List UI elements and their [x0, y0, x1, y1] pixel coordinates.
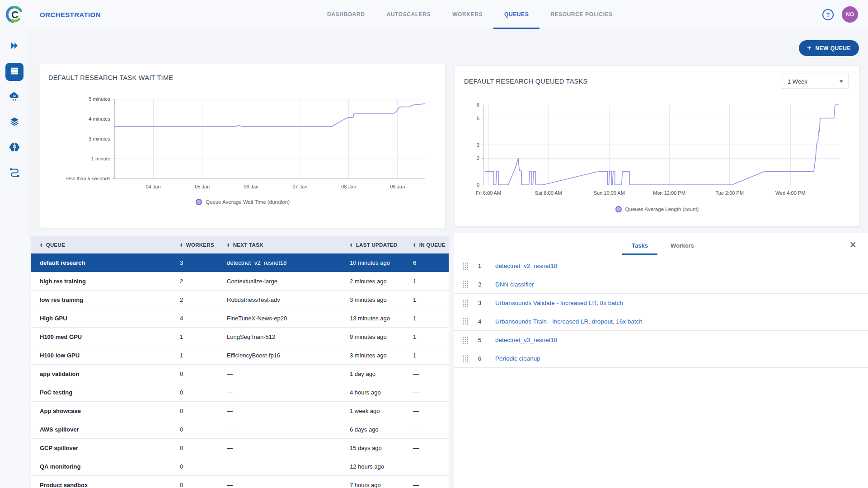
tab-queues[interactable]: QUEUES [493, 0, 540, 29]
legend-dot-icon [196, 199, 202, 205]
table-row[interactable]: H100 med GPU1LongSeqTrain-5129 minutes a… [31, 328, 449, 346]
column-header-last_updated[interactable]: ▲▼LAST UPDATED [350, 242, 413, 248]
cell-next_task: EfficiencyBoost-fp16 [227, 352, 350, 359]
table-row[interactable]: Product sandbox0—7 hours ago— [31, 476, 449, 488]
cell-queue: PoC testing [31, 389, 180, 396]
cell-workers: 2 [180, 278, 227, 285]
wait-time-card: DEFAULT RESEARCH TASK WAIT TIME 5 minute… [40, 64, 446, 228]
drag-handle-icon[interactable] [462, 262, 468, 270]
task-name-link[interactable]: detectnet_v3_resnet18 [495, 337, 557, 343]
drag-handle-icon[interactable] [462, 355, 468, 362]
table-row[interactable]: app validation0—1 day ago— [31, 365, 449, 383]
sidebar-item-models[interactable] [5, 139, 23, 157]
tab-resource-policies[interactable]: RESOURCE POLICIES [540, 0, 624, 29]
task-name-link[interactable]: Periodic cleanup [495, 355, 540, 362]
cell-last_updated: 6 days ago [350, 426, 413, 433]
table-row[interactable]: H100 low GPU1EfficiencyBoost-fp163 minut… [31, 346, 449, 365]
drag-handle-icon[interactable] [462, 281, 468, 288]
drag-handle-icon[interactable] [462, 299, 468, 307]
help-icon[interactable]: ? [822, 9, 834, 20]
queued-tasks-card: DEFAULT RESEARCH QUEUED TASKS 1 Week 653… [454, 66, 860, 227]
cell-queue: QA monitoring [31, 463, 180, 470]
cell-workers: 0 [180, 371, 227, 377]
sort-icon: ▲▼ [180, 243, 183, 247]
table-row[interactable]: GCP spillover0—15 days ago— [31, 439, 449, 457]
cell-in_queue: — [413, 463, 449, 470]
svg-text:3: 3 [477, 142, 479, 148]
logo-letter: C [11, 9, 19, 20]
double-chevron-right-icon [9, 40, 20, 53]
sort-desc-icon: ▼ [413, 245, 416, 247]
task-number: 5 [478, 337, 490, 343]
cell-in_queue: — [413, 389, 449, 396]
tab-workers[interactable]: WORKERS [441, 0, 493, 29]
sidebar-item-workers-queues[interactable] [5, 63, 23, 81]
column-header-in_queue[interactable]: ▲▼IN QUEUE [413, 242, 449, 248]
column-header-next_task[interactable]: ▲▼NEXT TASK [227, 242, 350, 248]
tab-autoscalers[interactable]: AUTOSCALERS [375, 0, 441, 29]
sort-desc-icon: ▼ [180, 245, 183, 247]
sidebar-item-expand[interactable] [5, 38, 23, 56]
sort-icon: ▲▼ [413, 243, 416, 247]
task-name-link[interactable]: Urbansounds Validate - Increased LR, 8x … [495, 300, 623, 306]
task-name-link[interactable]: DNN classifier [495, 281, 534, 288]
column-label: IN QUEUE [419, 242, 446, 248]
svg-text:3 minutes: 3 minutes [89, 136, 110, 141]
avatar[interactable]: NO [842, 6, 858, 23]
legend-dot-icon [615, 206, 622, 212]
queues-table-header: ▲▼QUEUE▲▼WORKERS▲▼NEXT TASK▲▼LAST UPDATE… [31, 236, 449, 253]
svg-text:less than 5 seconds: less than 5 seconds [66, 176, 111, 181]
svg-text:04 Jan: 04 Jan [145, 184, 160, 189]
table-row[interactable]: low res training2RobustnessTest-adv3 min… [31, 291, 449, 309]
table-row[interactable]: High GPU4FineTuneX-News-ep2013 minutes a… [31, 309, 449, 328]
cell-in_queue: 1 [413, 352, 449, 359]
cell-in_queue: 1 [413, 278, 449, 285]
header-tabs: DASHBOARDAUTOSCALERSWORKERSQUEUESRESOURC… [316, 0, 624, 29]
cell-last_updated: 7 hours ago [350, 482, 413, 488]
svg-text:07 Jan: 07 Jan [292, 184, 307, 189]
drag-handle-icon[interactable] [462, 318, 468, 325]
cell-next_task: — [227, 482, 350, 488]
cell-queue: Product sandbox [31, 482, 180, 488]
sidebar-item-datasets[interactable] [5, 113, 23, 131]
list-item: 2DNN classifier [454, 275, 868, 294]
panel-tab-workers[interactable]: Workers [661, 238, 704, 255]
sidebar-item-autoscalers[interactable] [5, 88, 23, 106]
clearml-logo-icon[interactable]: C [4, 4, 25, 25]
task-list: 1detectnet_v2_resnet182DNN classifier3Ur… [454, 257, 868, 368]
list-item: 3Urbansounds Validate - Increased LR, 8x… [454, 294, 868, 312]
column-label: NEXT TASK [233, 242, 263, 248]
column-header-workers[interactable]: ▲▼WORKERS [180, 242, 227, 248]
table-row[interactable]: high res training2Contextualize-large2 m… [31, 272, 449, 291]
panel-tab-tasks[interactable]: Tasks [619, 238, 661, 255]
tab-dashboard[interactable]: DASHBOARD [316, 0, 375, 29]
drag-handle-icon[interactable] [462, 336, 468, 344]
table-row[interactable]: App showcase0—1 week ago— [31, 402, 449, 420]
cell-in_queue: — [413, 408, 449, 414]
cell-next_task: detectnet_v2_resnet18 [227, 259, 350, 266]
cell-last_updated: 12 hours ago [350, 463, 413, 470]
task-name-link[interactable]: detectnet_v2_resnet18 [495, 263, 557, 269]
layers-icon [9, 116, 20, 129]
list-item: 6Periodic cleanup [454, 349, 868, 368]
cell-queue: App showcase [31, 408, 180, 414]
sidebar-item-pipelines[interactable] [5, 164, 23, 182]
new-queue-button[interactable]: + NEW QUEUE [799, 40, 859, 56]
task-number: 4 [478, 318, 490, 325]
cell-in_queue: — [413, 426, 449, 433]
table-row[interactable]: default research3detectnet_v2_resnet1810… [31, 253, 449, 272]
cell-last_updated: 3 minutes ago [350, 296, 413, 303]
column-header-queue[interactable]: ▲▼QUEUE [31, 242, 180, 248]
cell-workers: 4 [180, 315, 227, 322]
table-row[interactable]: QA monitoring0—12 hours ago— [31, 457, 449, 476]
close-icon[interactable]: × [849, 239, 856, 250]
svg-text:Sat 8:00 AM: Sat 8:00 AM [535, 190, 562, 196]
table-row[interactable]: AWS spillover0—6 days ago— [31, 420, 449, 439]
cell-queue: app validation [31, 371, 180, 377]
cell-next_task: — [227, 426, 350, 433]
table-row[interactable]: PoC testing0—4 hours ago— [31, 383, 449, 402]
cell-next_task: — [227, 389, 350, 396]
task-name-link[interactable]: Urbansounds Train - Increased LR, dropou… [495, 318, 643, 325]
svg-text:05 Jan: 05 Jan [195, 184, 210, 189]
svg-text:0: 0 [477, 182, 479, 188]
